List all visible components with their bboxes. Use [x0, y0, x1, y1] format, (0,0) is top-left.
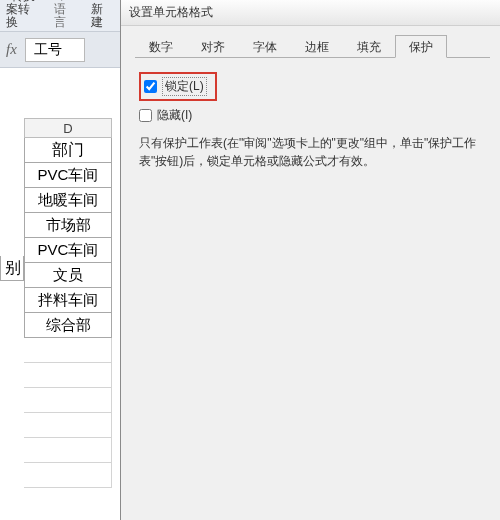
name-box[interactable]: 工号: [25, 38, 85, 62]
tab-border[interactable]: 边框: [291, 35, 343, 58]
hidden-checkbox[interactable]: [139, 109, 152, 122]
tab-font[interactable]: 字体: [239, 35, 291, 58]
formula-bar: fx 工号: [0, 32, 120, 68]
empty-cells: [24, 338, 112, 488]
ribbon-group-translate[interactable]: 翻译 语言: [54, 2, 77, 29]
locked-checkbox[interactable]: [144, 80, 157, 93]
dialog-titlebar: 设置单元格格式: [121, 0, 500, 26]
ribbon-fragment: 转换 案转换 翻译 语言 新建: [0, 0, 120, 32]
fx-icon[interactable]: fx: [6, 41, 17, 58]
dialog-title: 设置单元格格式: [129, 4, 213, 21]
protection-hint: 只有保护工作表(在"审阅"选项卡上的"更改"组中，单击"保护工作表"按钮)后，锁…: [139, 134, 482, 170]
tab-protection[interactable]: 保护: [395, 35, 447, 58]
column-header-d[interactable]: D: [24, 118, 112, 138]
tab-alignment[interactable]: 对齐: [187, 35, 239, 58]
table-cell[interactable]: PVC车间: [24, 238, 112, 263]
format-cells-dialog: 设置单元格格式 数字 对齐 字体 边框 填充 保护 锁定(L) 隐藏(I) 只有…: [120, 0, 500, 520]
table-cell[interactable]: 市场部: [24, 213, 112, 238]
partial-column-c: 别: [0, 256, 24, 281]
ribbon-group-label: 语言: [54, 3, 77, 29]
empty-cell[interactable]: [24, 463, 112, 488]
empty-cell[interactable]: [24, 438, 112, 463]
tab-protection-panel: 锁定(L) 隐藏(I) 只有保护工作表(在"审阅"选项卡上的"更改"组中，单击"…: [121, 58, 500, 184]
table-cell[interactable]: 地暖车间: [24, 188, 112, 213]
tab-number[interactable]: 数字: [135, 35, 187, 58]
empty-cell[interactable]: [24, 338, 112, 363]
cell-d-header[interactable]: 部门: [24, 138, 112, 163]
ribbon-item: 新建: [91, 3, 114, 29]
ribbon-item: 案转换: [6, 3, 40, 29]
hidden-row: 隐藏(I): [139, 107, 482, 124]
empty-cell[interactable]: [24, 388, 112, 413]
empty-cell[interactable]: [24, 363, 112, 388]
hidden-label: 隐藏(I): [157, 107, 192, 124]
empty-cell[interactable]: [24, 413, 112, 438]
cell-header-partial[interactable]: 别: [0, 256, 24, 281]
locked-row: 锁定(L): [139, 72, 482, 101]
table-cell[interactable]: PVC车间: [24, 163, 112, 188]
ribbon-group-convert[interactable]: 转换 案转换: [6, 2, 40, 29]
tab-fill[interactable]: 填充: [343, 35, 395, 58]
locked-label: 锁定(L): [162, 77, 207, 96]
dialog-tabstrip: 数字 对齐 字体 边框 填充 保护: [135, 34, 490, 58]
ribbon-group-new[interactable]: 新建: [91, 2, 114, 29]
column-d: D 部门 PVC车间 地暖车间 市场部 PVC车间 文员 拌料车间 综合部: [24, 118, 112, 488]
table-cell[interactable]: 综合部: [24, 313, 112, 338]
table-cell[interactable]: 拌料车间: [24, 288, 112, 313]
table-cell[interactable]: 文员: [24, 263, 112, 288]
locked-highlight: 锁定(L): [139, 72, 217, 101]
